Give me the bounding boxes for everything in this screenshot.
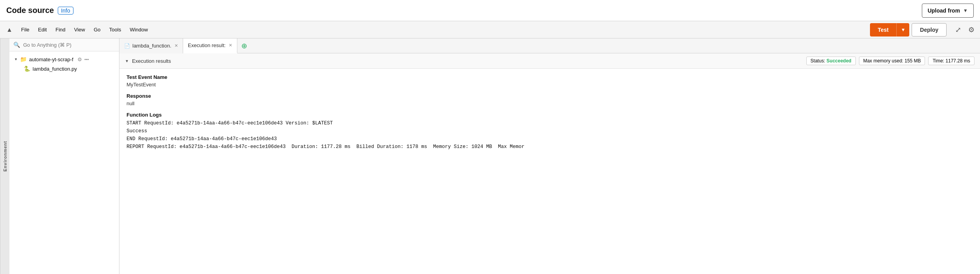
status-label: Status: bbox=[811, 58, 827, 64]
gear-icon[interactable]: ⚙ bbox=[967, 24, 976, 36]
tab-file-icon: 📄 bbox=[124, 43, 130, 49]
tab-execution-label: Execution result: bbox=[188, 42, 226, 48]
tabs-bar: 📄 lambda_function. ✕ Execution result: ✕… bbox=[119, 38, 980, 53]
search-icon: 🔍 bbox=[13, 42, 20, 48]
expand-icon[interactable]: ⤢ bbox=[954, 24, 963, 36]
main-layout: Environment 🔍 ▼ 📁 automate-yt-scrap-f ⚙ … bbox=[0, 38, 980, 274]
sidebar-folder-item[interactable]: ▼ 📁 automate-yt-scrap-f ⚙ ••• bbox=[9, 55, 119, 64]
execution-body: Test Event Name MyTestEvent Response nul… bbox=[119, 69, 980, 158]
folder-icon: 📁 bbox=[20, 56, 27, 62]
tab-lambda-label: lambda_function. bbox=[132, 43, 171, 49]
top-header: Code source Info Upload from ▼ bbox=[0, 0, 980, 21]
toolbar-right-icons: ⤢ ⚙ bbox=[954, 24, 976, 36]
chevron-down-icon: ▼ bbox=[963, 8, 968, 13]
menu-tools[interactable]: Tools bbox=[105, 25, 125, 35]
execution-results-panel: ▼ Execution results Status: Succeeded Ma… bbox=[119, 53, 980, 274]
execution-results-header: ▼ Execution results Status: Succeeded Ma… bbox=[119, 53, 980, 69]
execution-results-title: Execution results bbox=[132, 58, 803, 64]
response-label: Response bbox=[127, 93, 973, 99]
content-area: 📄 lambda_function. ✕ Execution result: ✕… bbox=[119, 38, 980, 274]
test-event-label: Test Event Name bbox=[127, 74, 973, 80]
function-logs-label: Function Logs bbox=[127, 112, 973, 118]
menu-find[interactable]: Find bbox=[51, 25, 69, 35]
menu-window[interactable]: Window bbox=[126, 25, 152, 35]
info-badge[interactable]: Info bbox=[58, 7, 73, 15]
sidebar-search-bar: 🔍 bbox=[9, 38, 119, 51]
menu-bar: File Edit Find View Go Tools Window bbox=[17, 25, 152, 35]
menu-edit[interactable]: Edit bbox=[34, 25, 51, 35]
tab-execution-result[interactable]: Execution result: ✕ bbox=[183, 38, 237, 53]
test-button-group: Test ▼ bbox=[870, 23, 910, 37]
search-input[interactable] bbox=[23, 42, 115, 48]
tab-lambda-function[interactable]: 📄 lambda_function. ✕ bbox=[119, 38, 183, 53]
ellipsis-icon[interactable]: ••• bbox=[84, 57, 89, 62]
add-tab-button[interactable]: ⊕ bbox=[237, 42, 251, 50]
tab-lambda-close[interactable]: ✕ bbox=[174, 43, 178, 48]
sidebar-file-item[interactable]: 🐍 lambda_function.py bbox=[9, 64, 119, 73]
menu-file[interactable]: File bbox=[17, 25, 33, 35]
test-button[interactable]: Test bbox=[870, 23, 897, 37]
status-value: Succeeded bbox=[826, 58, 851, 64]
test-event-value: MyTestEvent bbox=[127, 82, 973, 88]
folder-name: automate-yt-scrap-f bbox=[29, 57, 73, 62]
sidebar-wrapper: Environment 🔍 ▼ 📁 automate-yt-scrap-f ⚙ … bbox=[0, 38, 119, 274]
collapse-icon[interactable]: ▲ bbox=[4, 25, 15, 35]
collapse-results-icon[interactable]: ▼ bbox=[125, 59, 129, 63]
test-dropdown-arrow[interactable]: ▼ bbox=[896, 23, 909, 37]
function-logs-value: START RequestId: e4a5271b-14aa-4a66-b47c… bbox=[127, 119, 973, 151]
memory-meta: Max memory used: 155 MB bbox=[859, 57, 925, 65]
toolbar: ▲ File Edit Find View Go Tools Window Te… bbox=[0, 21, 980, 38]
upload-from-label: Upload from bbox=[928, 7, 960, 14]
tab-execution-close[interactable]: ✕ bbox=[229, 43, 232, 48]
folder-settings-icon[interactable]: ⚙ bbox=[77, 57, 82, 62]
file-name: lambda_function.py bbox=[33, 66, 77, 72]
environment-label: Environment bbox=[0, 38, 9, 274]
response-value: null bbox=[127, 100, 973, 106]
menu-go[interactable]: Go bbox=[90, 25, 104, 35]
status-badge: Status: Succeeded bbox=[806, 57, 856, 65]
menu-view[interactable]: View bbox=[70, 25, 89, 35]
deploy-button[interactable]: Deploy bbox=[912, 23, 947, 37]
time-meta: Time: 1177.28 ms bbox=[928, 57, 974, 65]
page-title: Code source bbox=[6, 6, 54, 15]
sidebar: 🔍 ▼ 📁 automate-yt-scrap-f ⚙ ••• 🐍 lambda… bbox=[9, 38, 119, 274]
upload-from-button[interactable]: Upload from ▼ bbox=[922, 4, 974, 18]
file-icon: 🐍 bbox=[24, 66, 30, 72]
triangle-down-icon: ▼ bbox=[14, 57, 18, 61]
sidebar-tree: ▼ 📁 automate-yt-scrap-f ⚙ ••• 🐍 lambda_f… bbox=[9, 51, 119, 274]
